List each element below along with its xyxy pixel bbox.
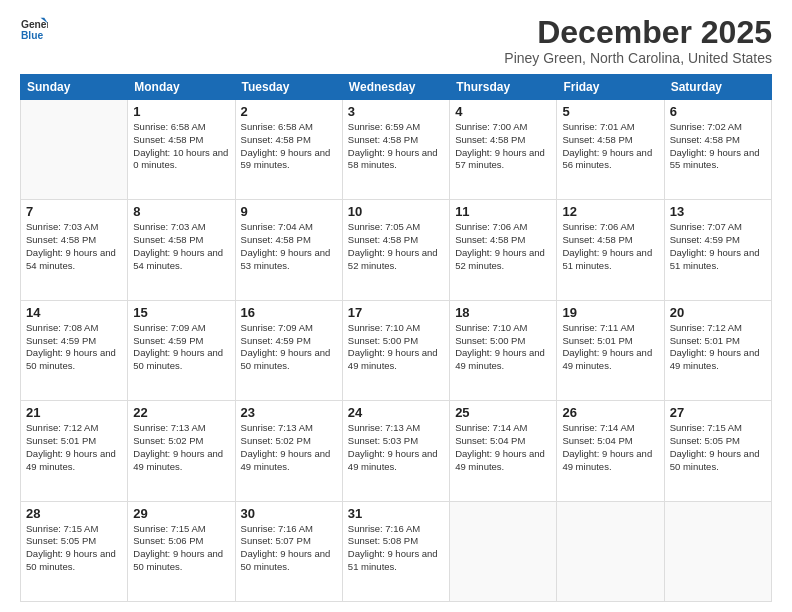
table-row: 18Sunrise: 7:10 AM Sunset: 5:00 PM Dayli… bbox=[450, 300, 557, 400]
day-number: 8 bbox=[133, 204, 229, 219]
day-number: 7 bbox=[26, 204, 122, 219]
day-number: 19 bbox=[562, 305, 658, 320]
day-content: Sunrise: 7:15 AM Sunset: 5:05 PM Dayligh… bbox=[26, 523, 122, 574]
day-number: 14 bbox=[26, 305, 122, 320]
col-saturday: Saturday bbox=[664, 75, 771, 100]
day-content: Sunrise: 7:11 AM Sunset: 5:01 PM Dayligh… bbox=[562, 322, 658, 373]
day-number: 18 bbox=[455, 305, 551, 320]
day-number: 6 bbox=[670, 104, 766, 119]
calendar: Sunday Monday Tuesday Wednesday Thursday… bbox=[20, 74, 772, 602]
table-row: 21Sunrise: 7:12 AM Sunset: 5:01 PM Dayli… bbox=[21, 401, 128, 501]
svg-text:General: General bbox=[21, 19, 48, 30]
table-row: 9Sunrise: 7:04 AM Sunset: 4:58 PM Daylig… bbox=[235, 200, 342, 300]
day-content: Sunrise: 7:04 AM Sunset: 4:58 PM Dayligh… bbox=[241, 221, 337, 272]
table-row: 19Sunrise: 7:11 AM Sunset: 5:01 PM Dayli… bbox=[557, 300, 664, 400]
day-content: Sunrise: 7:02 AM Sunset: 4:58 PM Dayligh… bbox=[670, 121, 766, 172]
table-row: 22Sunrise: 7:13 AM Sunset: 5:02 PM Dayli… bbox=[128, 401, 235, 501]
calendar-header-row: Sunday Monday Tuesday Wednesday Thursday… bbox=[21, 75, 772, 100]
day-number: 2 bbox=[241, 104, 337, 119]
header: General Blue December 2025 Piney Green, … bbox=[20, 16, 772, 66]
col-monday: Monday bbox=[128, 75, 235, 100]
table-row: 17Sunrise: 7:10 AM Sunset: 5:00 PM Dayli… bbox=[342, 300, 449, 400]
table-row bbox=[21, 100, 128, 200]
table-row: 5Sunrise: 7:01 AM Sunset: 4:58 PM Daylig… bbox=[557, 100, 664, 200]
svg-text:Blue: Blue bbox=[21, 30, 44, 41]
table-row: 3Sunrise: 6:59 AM Sunset: 4:58 PM Daylig… bbox=[342, 100, 449, 200]
table-row: 11Sunrise: 7:06 AM Sunset: 4:58 PM Dayli… bbox=[450, 200, 557, 300]
table-row bbox=[450, 501, 557, 601]
day-content: Sunrise: 7:09 AM Sunset: 4:59 PM Dayligh… bbox=[241, 322, 337, 373]
col-tuesday: Tuesday bbox=[235, 75, 342, 100]
day-number: 23 bbox=[241, 405, 337, 420]
day-content: Sunrise: 6:59 AM Sunset: 4:58 PM Dayligh… bbox=[348, 121, 444, 172]
day-content: Sunrise: 7:06 AM Sunset: 4:58 PM Dayligh… bbox=[455, 221, 551, 272]
table-row: 30Sunrise: 7:16 AM Sunset: 5:07 PM Dayli… bbox=[235, 501, 342, 601]
table-row: 20Sunrise: 7:12 AM Sunset: 5:01 PM Dayli… bbox=[664, 300, 771, 400]
day-content: Sunrise: 7:01 AM Sunset: 4:58 PM Dayligh… bbox=[562, 121, 658, 172]
day-number: 25 bbox=[455, 405, 551, 420]
day-content: Sunrise: 7:07 AM Sunset: 4:59 PM Dayligh… bbox=[670, 221, 766, 272]
day-content: Sunrise: 7:08 AM Sunset: 4:59 PM Dayligh… bbox=[26, 322, 122, 373]
table-row: 23Sunrise: 7:13 AM Sunset: 5:02 PM Dayli… bbox=[235, 401, 342, 501]
day-number: 1 bbox=[133, 104, 229, 119]
day-number: 30 bbox=[241, 506, 337, 521]
page: General Blue December 2025 Piney Green, … bbox=[0, 0, 792, 612]
calendar-week-1: 7Sunrise: 7:03 AM Sunset: 4:58 PM Daylig… bbox=[21, 200, 772, 300]
day-content: Sunrise: 7:13 AM Sunset: 5:02 PM Dayligh… bbox=[241, 422, 337, 473]
table-row: 16Sunrise: 7:09 AM Sunset: 4:59 PM Dayli… bbox=[235, 300, 342, 400]
day-content: Sunrise: 7:10 AM Sunset: 5:00 PM Dayligh… bbox=[348, 322, 444, 373]
calendar-week-4: 28Sunrise: 7:15 AM Sunset: 5:05 PM Dayli… bbox=[21, 501, 772, 601]
table-row: 28Sunrise: 7:15 AM Sunset: 5:05 PM Dayli… bbox=[21, 501, 128, 601]
table-row: 4Sunrise: 7:00 AM Sunset: 4:58 PM Daylig… bbox=[450, 100, 557, 200]
day-content: Sunrise: 7:03 AM Sunset: 4:58 PM Dayligh… bbox=[26, 221, 122, 272]
table-row: 10Sunrise: 7:05 AM Sunset: 4:58 PM Dayli… bbox=[342, 200, 449, 300]
calendar-week-0: 1Sunrise: 6:58 AM Sunset: 4:58 PM Daylig… bbox=[21, 100, 772, 200]
table-row: 31Sunrise: 7:16 AM Sunset: 5:08 PM Dayli… bbox=[342, 501, 449, 601]
day-content: Sunrise: 7:09 AM Sunset: 4:59 PM Dayligh… bbox=[133, 322, 229, 373]
day-content: Sunrise: 7:06 AM Sunset: 4:58 PM Dayligh… bbox=[562, 221, 658, 272]
day-number: 16 bbox=[241, 305, 337, 320]
table-row: 24Sunrise: 7:13 AM Sunset: 5:03 PM Dayli… bbox=[342, 401, 449, 501]
table-row: 12Sunrise: 7:06 AM Sunset: 4:58 PM Dayli… bbox=[557, 200, 664, 300]
day-number: 5 bbox=[562, 104, 658, 119]
day-content: Sunrise: 6:58 AM Sunset: 4:58 PM Dayligh… bbox=[241, 121, 337, 172]
day-content: Sunrise: 7:13 AM Sunset: 5:03 PM Dayligh… bbox=[348, 422, 444, 473]
title-area: December 2025 Piney Green, North Carolin… bbox=[504, 16, 772, 66]
day-number: 29 bbox=[133, 506, 229, 521]
logo: General Blue bbox=[20, 16, 48, 44]
logo-icon: General Blue bbox=[20, 16, 48, 44]
table-row: 15Sunrise: 7:09 AM Sunset: 4:59 PM Dayli… bbox=[128, 300, 235, 400]
col-friday: Friday bbox=[557, 75, 664, 100]
calendar-week-2: 14Sunrise: 7:08 AM Sunset: 4:59 PM Dayli… bbox=[21, 300, 772, 400]
day-content: Sunrise: 7:12 AM Sunset: 5:01 PM Dayligh… bbox=[670, 322, 766, 373]
table-row: 7Sunrise: 7:03 AM Sunset: 4:58 PM Daylig… bbox=[21, 200, 128, 300]
day-content: Sunrise: 7:15 AM Sunset: 5:06 PM Dayligh… bbox=[133, 523, 229, 574]
day-content: Sunrise: 7:16 AM Sunset: 5:07 PM Dayligh… bbox=[241, 523, 337, 574]
day-number: 4 bbox=[455, 104, 551, 119]
col-wednesday: Wednesday bbox=[342, 75, 449, 100]
table-row bbox=[664, 501, 771, 601]
table-row: 2Sunrise: 6:58 AM Sunset: 4:58 PM Daylig… bbox=[235, 100, 342, 200]
day-number: 15 bbox=[133, 305, 229, 320]
month-title: December 2025 bbox=[504, 16, 772, 48]
table-row: 29Sunrise: 7:15 AM Sunset: 5:06 PM Dayli… bbox=[128, 501, 235, 601]
day-content: Sunrise: 7:00 AM Sunset: 4:58 PM Dayligh… bbox=[455, 121, 551, 172]
table-row: 14Sunrise: 7:08 AM Sunset: 4:59 PM Dayli… bbox=[21, 300, 128, 400]
day-number: 21 bbox=[26, 405, 122, 420]
day-number: 31 bbox=[348, 506, 444, 521]
day-number: 24 bbox=[348, 405, 444, 420]
calendar-week-3: 21Sunrise: 7:12 AM Sunset: 5:01 PM Dayli… bbox=[21, 401, 772, 501]
day-content: Sunrise: 7:13 AM Sunset: 5:02 PM Dayligh… bbox=[133, 422, 229, 473]
col-thursday: Thursday bbox=[450, 75, 557, 100]
day-content: Sunrise: 7:05 AM Sunset: 4:58 PM Dayligh… bbox=[348, 221, 444, 272]
day-number: 10 bbox=[348, 204, 444, 219]
day-number: 17 bbox=[348, 305, 444, 320]
day-number: 13 bbox=[670, 204, 766, 219]
table-row bbox=[557, 501, 664, 601]
day-content: Sunrise: 7:12 AM Sunset: 5:01 PM Dayligh… bbox=[26, 422, 122, 473]
day-number: 11 bbox=[455, 204, 551, 219]
day-number: 22 bbox=[133, 405, 229, 420]
day-number: 12 bbox=[562, 204, 658, 219]
day-content: Sunrise: 7:10 AM Sunset: 5:00 PM Dayligh… bbox=[455, 322, 551, 373]
table-row: 8Sunrise: 7:03 AM Sunset: 4:58 PM Daylig… bbox=[128, 200, 235, 300]
